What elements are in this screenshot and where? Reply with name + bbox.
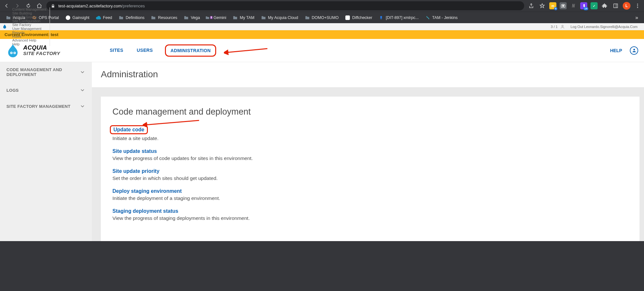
bookmark-item[interactable]: ⅡGemini	[204, 14, 229, 22]
folder-icon	[305, 15, 310, 20]
bookmark-item[interactable]: Definitions	[116, 14, 147, 22]
bookmarks-overflow[interactable]: »	[633, 14, 641, 22]
folder-icon	[261, 15, 266, 20]
bookmark-label: Feed	[103, 15, 112, 20]
extension-icon[interactable]	[560, 2, 567, 9]
bookmark-item[interactable]: [DIT-897] xmlrpc...	[376, 14, 421, 22]
admin-link[interactable]: Site Building	[9, 11, 50, 15]
svg-point-4	[637, 5, 638, 6]
url-text: test-acquiatam2.acsitefactory.com/prefer…	[58, 4, 145, 8]
svg-point-11	[633, 49, 635, 51]
sidebar-section[interactable]: LOGS	[0, 82, 92, 98]
bookmark-label: Vega	[191, 15, 200, 20]
user-menu-icon[interactable]	[630, 46, 638, 55]
chevron-down-icon	[80, 87, 85, 93]
bookmark-item[interactable]: My TAM	[230, 14, 257, 22]
page-title: Administration	[92, 62, 644, 88]
admin-link[interactable]: Organic Groups	[9, 15, 50, 19]
gemini-icon: Ⅱ	[207, 15, 212, 20]
admin-toolbar: Content ManagementSite BuildingOrganic G…	[0, 23, 644, 30]
svg-rect-1	[614, 4, 618, 8]
annotation-arrow-icon	[224, 45, 269, 56]
section-title: Code management and deployment	[112, 107, 628, 117]
admin-count: 3 / 1	[551, 25, 558, 29]
svg-point-3	[637, 4, 638, 5]
admin-item-link[interactable]: Site update status	[112, 148, 157, 154]
environment-banner: Current Environment: test	[0, 30, 644, 39]
bookmark-label: My Acquia Cloud	[268, 15, 298, 20]
sidebar-label: SITE FACTORY MANAGEMENT	[6, 104, 71, 109]
panel-icon[interactable]	[612, 2, 620, 10]
admin-item: Site update statusView the progress of c…	[112, 148, 628, 161]
chevron-down-icon	[80, 103, 85, 109]
admin-item-desc: Initiate a site update.	[112, 136, 628, 141]
bookmark-item[interactable]: TAM - Jenkins	[423, 14, 460, 22]
bookmark-item[interactable]: GGainsight	[63, 14, 92, 22]
extension-icon[interactable]: 14	[580, 2, 587, 9]
bookmark-item[interactable]: Vega	[181, 14, 203, 22]
svg-point-0	[562, 5, 564, 7]
admin-item: Site update prioritySet the order in whi…	[112, 168, 628, 181]
bookmark-item[interactable]: My Acquia Cloud	[258, 14, 301, 22]
folder-icon	[184, 15, 189, 20]
bookmark-label: Diffchecker	[352, 15, 372, 20]
bookmark-star-icon[interactable]	[538, 2, 546, 10]
svg-point-10	[14, 52, 15, 53]
bookmark-label: TAM - Jenkins	[432, 15, 458, 20]
svg-point-9	[11, 52, 12, 53]
svg-point-6	[562, 25, 563, 27]
bookmark-label: Gainsight	[72, 15, 90, 20]
bookmarks-bar: AcquiaOPS PortalGGainsightFeedDefinition…	[0, 12, 644, 23]
bookmark-label: Gemini	[214, 15, 226, 20]
drupal-icon[interactable]	[1, 23, 8, 30]
bookmark-item[interactable]: Feed	[93, 14, 115, 22]
admin-item-link[interactable]: Update code	[110, 125, 148, 134]
admin-link[interactable]: Site Factory	[9, 23, 50, 27]
bookmark-label: [DIT-897] xmlrpc...	[386, 15, 418, 20]
share-button[interactable]	[527, 2, 535, 10]
admin-link[interactable]: Site Configuration	[9, 19, 50, 23]
bookmark-label: Resources	[158, 15, 177, 20]
profile-avatar[interactable]: L	[623, 2, 630, 10]
admin-item-desc: Initiate the deployment of a staging env…	[112, 195, 628, 201]
admin-link[interactable]: Content Management	[9, 7, 50, 11]
sidebar-section[interactable]: SITE FACTORY MANAGEMENT	[0, 98, 92, 114]
address-bar[interactable]: test-acquiatam2.acsitefactory.com/prefer…	[46, 1, 524, 10]
help-link[interactable]: HELP	[610, 48, 622, 53]
admin-item: Update codeInitiate a site update.	[112, 125, 628, 141]
admin-link[interactable]: User Management	[9, 27, 50, 31]
bookmark-item[interactable]: DOMO+SUMO	[302, 14, 341, 22]
extension-icon[interactable]: m4	[549, 2, 556, 9]
logout-link[interactable]: Log Out Leonardo.Signorelli@Acquia.Com	[567, 25, 641, 29]
bookmark-item[interactable]: DDiffchecker	[342, 14, 375, 22]
tab-sites[interactable]: SITES	[109, 44, 125, 57]
sidebar-label: CODE MANAGEMENT AND DEPLOYMENT	[6, 67, 80, 77]
bookmark-label: DOMO+SUMO	[312, 15, 339, 20]
bookmark-label: Definitions	[126, 15, 144, 20]
admin-item-link[interactable]: Deploy staging environment	[112, 188, 182, 194]
sidebar-section[interactable]: CODE MANAGEMENT AND DEPLOYMENT	[0, 62, 92, 82]
tab-administration[interactable]: ADMINISTRATION	[165, 44, 216, 57]
admin-item: Deploy staging environmentInitiate the d…	[112, 188, 628, 201]
bookmark-item[interactable]: Resources	[148, 14, 180, 22]
menu-button[interactable]	[634, 2, 641, 10]
jira-icon	[379, 15, 384, 20]
admin-item-link[interactable]: Staging deployment status	[112, 208, 178, 214]
sidebar-label: LOGS	[6, 88, 19, 93]
admin-item-desc: View the progress of code updates for si…	[112, 155, 628, 161]
admin-item-link[interactable]: Site update priority	[112, 168, 159, 174]
svg-line-13	[145, 120, 199, 125]
extension-icon[interactable]: ✓	[591, 2, 598, 9]
tab-users[interactable]: USERS	[136, 44, 154, 57]
admin-item-desc: View the progress of staging deployments…	[112, 215, 628, 221]
brand-logo[interactable]: ACQUIA SITE FACTORY	[6, 43, 60, 58]
extensions-button[interactable]	[601, 2, 609, 10]
admin-item-desc: Set the order in which sites should get …	[112, 175, 628, 181]
d-icon: D	[345, 15, 350, 20]
extension-icon[interactable]	[570, 2, 577, 9]
bookmark-label: My TAM	[240, 15, 254, 20]
user-icon	[560, 24, 565, 29]
cloud-icon	[96, 15, 101, 20]
svg-line-12	[226, 49, 267, 52]
svg-point-5	[637, 7, 638, 8]
